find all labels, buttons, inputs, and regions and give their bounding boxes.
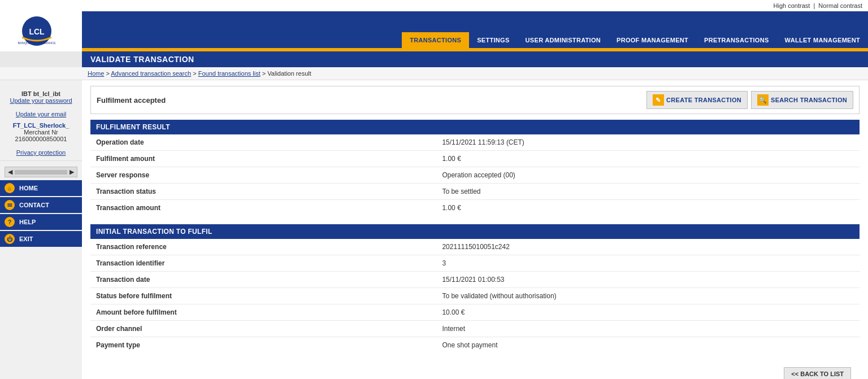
transaction-status-label: Transaction status xyxy=(90,184,436,200)
transaction-reference-value: 20211115010051c242 xyxy=(436,239,860,255)
tab-proof-management[interactable]: PROOF MANAGEMENT xyxy=(609,32,696,48)
payment-type-label: Payment type xyxy=(90,337,436,354)
server-response-value: Operation accepted (00) xyxy=(436,167,860,184)
breadcrumb-home[interactable]: Home xyxy=(88,70,104,77)
merchant-nr: 216000000850001 xyxy=(6,136,76,142)
header: LCL BANQUE ET ASSURANCE TRANSACTIONS SET… xyxy=(0,11,868,51)
create-icon: ✎ xyxy=(653,94,664,106)
table-row: Transaction date 15/11/2021 01:00:53 xyxy=(90,272,860,288)
table-row: Transaction status To be settled xyxy=(90,184,860,200)
normal-contrast-link[interactable]: Normal contrast xyxy=(818,2,862,9)
help-label: HELP xyxy=(19,219,36,225)
sidebar-item-home[interactable]: ⌂ HOME xyxy=(0,180,82,196)
tab-transactions[interactable]: TRANSACTIONS xyxy=(402,32,469,48)
sidebar: IBT bt_lcl_ibt Update your password Upda… xyxy=(0,80,82,379)
fulfilment-bar: Fulfilment accepted ✎ CREATE TRANSACTION… xyxy=(90,86,860,114)
table-row: Server response Operation accepted (00) xyxy=(90,167,860,184)
transaction-identifier-value: 3 xyxy=(436,255,860,272)
page-title-wrapper: VALIDATE TRANSACTION xyxy=(0,51,868,67)
fulfilment-result-table: Operation date 15/11/2021 11:59:13 (CET)… xyxy=(90,134,860,216)
table-row: Order channel Internet xyxy=(90,321,860,337)
sidebar-user-info: IBT bt_lcl_ibt Update your password Upda… xyxy=(0,86,82,161)
status-before-label: Status before fulfilment xyxy=(90,288,436,304)
transaction-amount-label: Transaction amount xyxy=(90,200,436,216)
exit-icon: ⏻ xyxy=(5,234,15,244)
logo-area: LCL BANQUE ET ASSURANCE xyxy=(0,11,82,51)
operation-date-label: Operation date xyxy=(90,134,436,151)
table-row: Transaction reference 20211115010051c242 xyxy=(90,239,860,255)
initial-transaction-table: Transaction reference 20211115010051c242… xyxy=(90,239,860,353)
table-row: Status before fulfilment To be validated… xyxy=(90,288,860,304)
transaction-status-value: To be settled xyxy=(436,184,860,200)
home-icon: ⌂ xyxy=(5,183,15,193)
table-row: Payment type One shot payment xyxy=(90,337,860,354)
server-response-label: Server response xyxy=(90,167,436,184)
home-label: HOME xyxy=(19,185,38,191)
sidebar-item-contact[interactable]: ✉ CONTACT xyxy=(0,197,82,213)
page-title: VALIDATE TRANSACTION xyxy=(82,51,868,67)
contact-icon: ✉ xyxy=(5,200,15,210)
separator: | xyxy=(813,2,815,9)
fulfilment-amount-value: 1.00 € xyxy=(436,151,860,167)
sidebar-item-help[interactable]: ? HELP xyxy=(0,214,82,230)
breadcrumb-current: Validation result xyxy=(267,70,311,77)
sidebar-nav: ⌂ HOME ✉ CONTACT ? HELP ⏻ EXIT xyxy=(0,180,82,247)
merchant-label: FT_LCL_Sherlock_ xyxy=(6,122,76,129)
table-row: Transaction amount 1.00 € xyxy=(90,200,860,216)
transaction-date-value: 15/11/2021 01:00:53 xyxy=(436,272,860,288)
contact-label: CONTACT xyxy=(19,202,49,208)
sidebar-scroll: ◀ ▶ xyxy=(5,167,77,177)
help-icon: ? xyxy=(5,217,15,227)
high-contrast-link[interactable]: High contrast xyxy=(774,2,810,9)
scroll-bar xyxy=(15,170,67,175)
transaction-reference-label: Transaction reference xyxy=(90,239,436,255)
update-email-link[interactable]: Update your email xyxy=(6,111,76,117)
nav-tabs: TRANSACTIONS SETTINGS USER ADMINISTRATIO… xyxy=(82,32,868,48)
amount-before-label: Amount before fulfilment xyxy=(90,304,436,321)
create-transaction-button[interactable]: ✎ CREATE TRANSACTION xyxy=(646,91,748,109)
nav-area: TRANSACTIONS SETTINGS USER ADMINISTRATIO… xyxy=(82,11,868,51)
search-icon: 🔍 xyxy=(757,94,769,106)
lcl-logo-svg: LCL BANQUE ET ASSURANCE xyxy=(8,16,65,47)
scroll-right-arrow[interactable]: ▶ xyxy=(70,168,74,176)
content-area: Fulfilment accepted ✎ CREATE TRANSACTION… xyxy=(82,80,868,379)
tab-user-administration[interactable]: USER ADMINISTRATION xyxy=(518,32,609,48)
nav-bottom-bar xyxy=(82,48,868,51)
sidebar-item-exit[interactable]: ⏻ EXIT xyxy=(0,231,82,247)
breadcrumb-advanced-search[interactable]: Advanced transaction search xyxy=(111,70,191,77)
fulfilment-title: Fulfilment accepted xyxy=(97,96,166,104)
user-id: IBT bt_lcl_ibt xyxy=(6,90,76,97)
breadcrumb-found-transactions[interactable]: Found transactions list xyxy=(198,70,261,77)
search-transaction-button[interactable]: 🔍 SEARCH TRANSACTION xyxy=(751,91,853,109)
main-layout: IBT bt_lcl_ibt Update your password Upda… xyxy=(0,80,868,379)
scroll-left-arrow[interactable]: ◀ xyxy=(8,168,12,176)
top-bar: High contrast | Normal contrast xyxy=(0,0,868,11)
payment-type-value: One shot payment xyxy=(436,337,860,354)
amount-before-value: 10.00 € xyxy=(436,304,860,321)
svg-text:BANQUE ET ASSURANCE: BANQUE ET ASSURANCE xyxy=(18,41,55,45)
fulfilment-amount-label: Fulfilment amount xyxy=(90,151,436,167)
tab-settings[interactable]: SETTINGS xyxy=(469,32,517,48)
tab-pretransactions[interactable]: PRETRANSACTIONS xyxy=(696,32,777,48)
table-row: Operation date 15/11/2021 11:59:13 (CET) xyxy=(90,134,860,151)
transaction-identifier-label: Transaction identifier xyxy=(90,255,436,272)
back-btn-area: << BACK TO LIST xyxy=(90,361,860,379)
update-password-link[interactable]: Update your password xyxy=(6,97,76,104)
transaction-amount-value: 1.00 € xyxy=(436,200,860,216)
privacy-protection-link[interactable]: Privacy protection xyxy=(6,149,76,156)
order-channel-label: Order channel xyxy=(90,321,436,337)
initial-transaction-header: INITIAL TRANSACTION TO FULFIL xyxy=(90,224,860,239)
exit-label: EXIT xyxy=(19,236,33,242)
back-to-list-button[interactable]: << BACK TO LIST xyxy=(784,367,851,379)
action-buttons: ✎ CREATE TRANSACTION 🔍 SEARCH TRANSACTIO… xyxy=(646,91,853,109)
breadcrumb: Home > Advanced transaction search > Fou… xyxy=(0,67,868,80)
table-row: Amount before fulfilment 10.00 € xyxy=(90,304,860,321)
tab-wallet-management[interactable]: WALLET MANAGEMENT xyxy=(777,32,868,48)
fulfilment-result-header: FULFILMENT RESULT xyxy=(90,120,860,134)
table-row: Fulfilment amount 1.00 € xyxy=(90,151,860,167)
operation-date-value: 15/11/2021 11:59:13 (CET) xyxy=(436,134,860,151)
order-channel-value: Internet xyxy=(436,321,860,337)
transaction-date-label: Transaction date xyxy=(90,272,436,288)
search-btn-label: SEARCH TRANSACTION xyxy=(771,97,847,103)
status-before-value: To be validated (without authorisation) xyxy=(436,288,860,304)
